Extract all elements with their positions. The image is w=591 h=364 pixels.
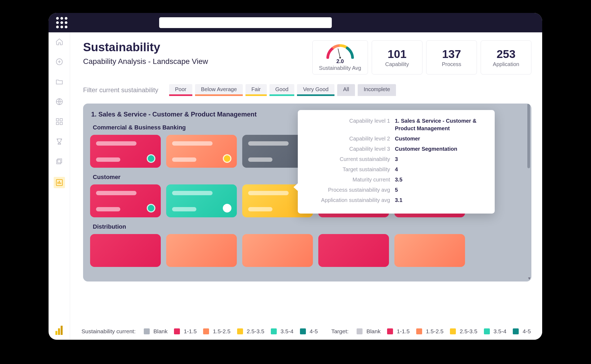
tooltip-value: 4 [395,166,486,173]
swatch-grey-icon [357,328,363,334]
scroll-down-icon[interactable]: ▼ [527,276,531,280]
svg-rect-9 [55,331,57,335]
filter-very-good[interactable]: Very Good [297,84,334,96]
capability-card[interactable] [90,234,161,267]
legend-item: 3.5-4 [281,328,293,335]
filter-below-average[interactable]: Below Average [195,84,243,96]
filter-good[interactable]: Good [269,84,295,96]
tooltip-value: 5 [395,186,486,194]
legend-item: 1-1.5 [184,328,197,335]
app-menu-icon[interactable] [56,17,67,28]
globe-icon[interactable] [55,97,64,106]
tooltip-key: Process sustainability avg [306,186,395,194]
swatch-darkteal-icon [300,328,306,334]
page-title: Sustainability [83,40,208,54]
tooltip-key: Current sustainability [306,155,395,163]
apps-icon[interactable] [55,117,64,126]
swatch-orange-icon [416,328,422,334]
tooltip-key: Capability level 1 [306,117,395,132]
tooltip-key: Maturity current [306,176,395,183]
swatch-yellow-icon [237,328,243,334]
capability-card[interactable] [242,234,313,267]
svg-rect-7 [57,160,61,164]
svg-rect-6 [57,159,62,163]
powerbi-logo-icon [55,326,63,335]
swatch-orange-icon [203,328,209,334]
legend-target-label: Target: [331,328,349,335]
tooltip-key: Application sustainability avg [306,196,395,204]
legend-item: 4-5 [310,328,318,335]
svg-rect-4 [56,122,59,125]
swatch-teal-icon [484,328,490,334]
app-window: Sustainability Capability Analysis - Lan… [49,13,542,340]
kpi-process[interactable]: 137 Process [426,40,477,74]
tooltip-key: Capability level 2 [306,135,395,142]
landscape-panel: 1. Sales & Service - Customer & Product … [83,104,531,281]
capability-card[interactable] [166,234,237,267]
legend-item: Blank [366,328,381,335]
main-content: Sustainability Capability Analysis - Lan… [70,32,542,340]
scrollbar-thumb[interactable] [527,104,530,168]
kpi-capability[interactable]: 101 Capability [372,40,422,74]
gauge-label: Sustainability Avg [319,65,361,71]
capability-card[interactable] [90,184,161,217]
folder-icon[interactable] [55,77,64,86]
capability-card[interactable] [90,135,161,168]
group-title: Distribution [93,223,524,230]
tooltip-value: 3 [395,155,486,163]
svg-line-12 [338,49,340,58]
capability-card[interactable] [166,135,237,168]
kpi-application[interactable]: 253 Application [481,40,531,74]
swatch-red-icon [174,328,180,334]
layers-icon[interactable] [55,157,64,166]
svg-rect-10 [58,328,60,335]
title-bar [49,13,542,32]
kpi-label: Application [493,61,519,67]
tooltip-value: Customer Segmentation [395,145,486,153]
tooltip-value: Customer [395,135,486,142]
filter-fair[interactable]: Fair [245,84,267,96]
add-icon[interactable] [55,57,64,66]
tooltip-key: Capability level 3 [306,145,395,153]
trophy-icon[interactable] [55,137,64,146]
legend-item: 4-5 [522,328,531,335]
tooltip-value: 1. Sales & Service - Customer & Product … [395,117,486,132]
tooltip-value: 3.1 [395,196,486,204]
capability-card[interactable] [394,234,465,267]
legend-item: 3.5-4 [494,328,507,335]
filter-all[interactable]: All [337,84,355,96]
kpi-value: 253 [497,48,515,61]
legend-bar: Sustainability current: Blank 1-1.5 1.5-… [70,323,542,340]
capability-card[interactable] [318,234,389,267]
legend-item: 2.5-3.5 [247,328,264,335]
detail-tooltip: Capability level 11. Sales & Service - C… [298,110,495,214]
kpi-value: 101 [388,48,406,61]
page-subtitle: Capability Analysis - Landscape View [83,57,208,66]
kpi-value: 137 [442,48,461,61]
legend-item: Blank [153,328,168,335]
tooltip-value: 3.5 [395,176,486,183]
legend-item: 1.5-2.5 [213,328,230,335]
swatch-darkteal-icon [513,328,519,334]
sidebar [49,32,70,340]
swatch-red-icon [387,328,393,334]
svg-rect-5 [60,122,62,125]
legend-item: 1.5-2.5 [426,328,443,335]
svg-rect-2 [56,119,59,121]
filter-incomplete[interactable]: Incomplete [358,84,396,96]
gauge-icon [324,44,356,59]
home-icon[interactable] [55,37,64,46]
svg-rect-11 [60,326,62,335]
report-icon[interactable] [54,177,65,188]
filter-label: Filter current sustainability [83,86,158,94]
kpi-label: Capability [385,61,409,67]
gauge-value: 2.0 [336,58,344,64]
swatch-teal-icon [271,328,277,334]
filter-poor[interactable]: Poor [169,84,192,96]
kpi-gauge[interactable]: 2.0 Sustainability Avg [312,40,368,74]
url-bar[interactable] [159,17,332,28]
swatch-blank-icon [144,328,150,334]
capability-card[interactable] [166,184,237,217]
filter-bar: Filter current sustainability Poor Below… [83,84,531,96]
legend-item: 1-1.5 [397,328,410,335]
